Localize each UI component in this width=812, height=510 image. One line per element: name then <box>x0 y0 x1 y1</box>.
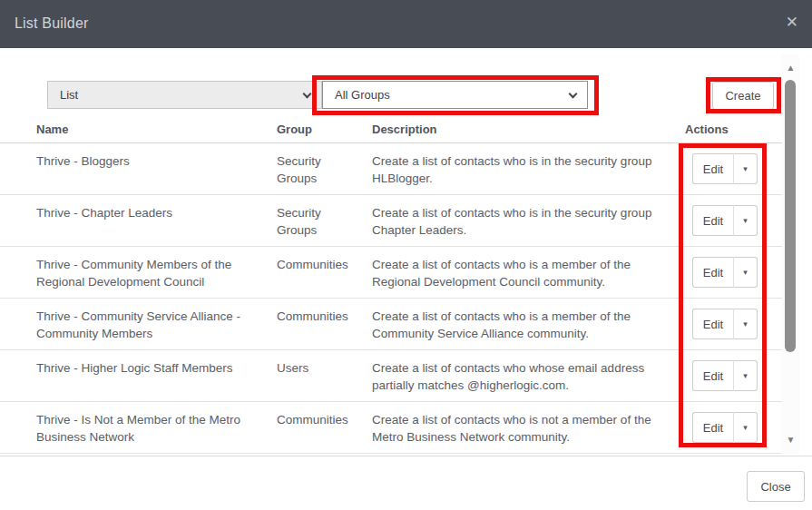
caret-down-icon: ▾ <box>743 319 748 329</box>
dialog-header: List Builder ✕ <box>0 0 812 48</box>
list-name: Thrive - Community Service Alliance - Co… <box>36 308 270 342</box>
dialog-title: List Builder <box>15 15 89 32</box>
list-type-select[interactable]: List <box>47 81 322 109</box>
group-filter-select[interactable]: All Groups <box>322 81 588 109</box>
table-body: Thrive - Bloggers Security Groups Create… <box>0 143 782 454</box>
close-icon[interactable]: ✕ <box>786 15 798 30</box>
list-name: Thrive - Bloggers <box>36 152 270 170</box>
list-name: Thrive - Chapter Leaders <box>36 204 270 221</box>
list-group: Communities <box>277 411 363 428</box>
column-header-description: Description <box>372 123 437 136</box>
dialog-body: List All Groups Create Name Group Descri… <box>0 48 782 454</box>
column-header-actions: Actions <box>685 123 729 136</box>
table-row: Thrive - Is Not a Member of the Metro Bu… <box>0 402 782 454</box>
list-description: Create a list of contacts who is a membe… <box>372 256 677 290</box>
table-row: Thrive - Community Members of the Region… <box>0 247 782 299</box>
edit-split-button: Edit ▾ <box>692 412 758 443</box>
list-description: Create a list of contacts who is in the … <box>372 204 677 239</box>
table-row: Thrive - Chapter Leaders Security Groups… <box>0 195 782 247</box>
close-button[interactable]: Close <box>747 471 805 502</box>
edit-split-button: Edit ▾ <box>692 257 758 288</box>
edit-split-button: Edit ▾ <box>692 309 758 339</box>
list-type-select-value: List <box>60 88 78 102</box>
create-button[interactable]: Create <box>712 82 774 110</box>
edit-dropdown-toggle[interactable]: ▾ <box>734 153 758 184</box>
list-group: Security Groups <box>277 152 363 187</box>
edit-dropdown-toggle[interactable]: ▾ <box>734 309 758 339</box>
table-row: Thrive - Higher Logic Staff Members User… <box>0 350 782 402</box>
list-description: Create a list of contacts who is in the … <box>372 152 677 187</box>
list-builder-dialog: List Builder ✕ List All Groups Create Na… <box>0 0 812 510</box>
vertical-scrollbar[interactable]: ▲ ▼ <box>782 54 799 454</box>
caret-down-icon: ▾ <box>743 423 748 432</box>
list-group: Users <box>277 359 363 377</box>
caret-down-icon: ▾ <box>743 371 748 380</box>
list-description: Create a list of contacts who whose emai… <box>372 359 677 394</box>
edit-dropdown-toggle[interactable]: ▾ <box>734 257 758 288</box>
table-row: Thrive - Bloggers Security Groups Create… <box>0 143 782 195</box>
edit-button[interactable]: Edit <box>692 153 734 184</box>
caret-down-icon: ▾ <box>743 164 748 173</box>
chevron-down-icon <box>569 90 578 99</box>
edit-button[interactable]: Edit <box>692 205 734 236</box>
list-name: Thrive - Community Members of the Region… <box>36 256 270 290</box>
column-header-name: Name <box>36 123 68 136</box>
list-name: Thrive - Is Not a Member of the Metro Bu… <box>36 411 270 446</box>
edit-split-button: Edit ▾ <box>692 205 758 236</box>
edit-dropdown-toggle[interactable]: ▾ <box>734 205 758 236</box>
scrollbar-thumb[interactable] <box>785 80 796 352</box>
list-group: Communities <box>277 308 363 325</box>
scroll-up-icon[interactable]: ▲ <box>782 62 799 74</box>
table-row: Thrive - Community Service Alliance - Co… <box>0 299 782 350</box>
caret-down-icon: ▾ <box>743 268 748 277</box>
edit-button[interactable]: Edit <box>692 412 734 443</box>
list-description: Create a list of contacts who is a membe… <box>372 308 677 342</box>
list-group: Communities <box>277 256 363 273</box>
edit-split-button: Edit ▾ <box>692 360 758 391</box>
dialog-footer: Close <box>0 456 812 510</box>
column-header-group: Group <box>277 123 312 136</box>
caret-down-icon: ▾ <box>743 216 748 225</box>
edit-split-button: Edit ▾ <box>692 153 758 184</box>
list-name: Thrive - Higher Logic Staff Members <box>36 359 270 377</box>
edit-button[interactable]: Edit <box>692 360 734 391</box>
chevron-down-icon <box>303 90 312 99</box>
edit-dropdown-toggle[interactable]: ▾ <box>734 360 758 391</box>
edit-button[interactable]: Edit <box>692 309 734 339</box>
edit-button[interactable]: Edit <box>692 257 734 288</box>
edit-dropdown-toggle[interactable]: ▾ <box>734 412 758 443</box>
list-description: Create a list of contacts who is not a m… <box>372 411 677 446</box>
group-filter-select-value: All Groups <box>335 88 390 102</box>
scroll-down-icon[interactable]: ▼ <box>782 434 799 446</box>
list-group: Security Groups <box>277 204 363 239</box>
